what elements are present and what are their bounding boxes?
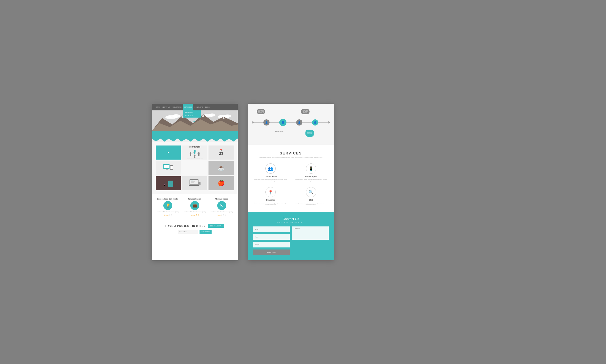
portfolio-cell-coffee[interactable]: ☕: [208, 161, 234, 175]
branding-title: Branding: [253, 199, 289, 201]
zigzag-separator: [152, 139, 238, 142]
contact-subheading: GOT AN IDEA? DROP US A LINE!: [253, 222, 329, 223]
svg-rect-27: [166, 169, 168, 170]
dropdown-menu: Sub-Menu 1 Sub-Menu 2: [183, 110, 201, 118]
pin-icon: 📍: [268, 190, 273, 195]
access-button[interactable]: GET ACCESS: [200, 230, 212, 234]
portfolio-cell-devices[interactable]: [156, 161, 181, 175]
service-item-2: Tempus Sapien 💼 Lorem ipsum dolor sit am…: [183, 198, 207, 216]
services-description: Lorem ipsum dolor sit amet, consectetur …: [253, 157, 329, 159]
svg-point-3: [165, 116, 172, 119]
cta-button[interactable]: GIVE US A SHOUT: [208, 224, 224, 228]
timeline-bubble-below: Lorem ipsumdolor sit ametadipiscing elit…: [305, 130, 314, 137]
contact-form: Ready to Go!: [253, 226, 329, 255]
smartphone-icon: 📱: [309, 166, 314, 171]
timeline-dot-start: [252, 121, 254, 123]
service-text-2: Lorem ipsum dolor sit amet, conse adipis…: [183, 211, 207, 213]
timeline-node-4: 👤: [312, 119, 318, 126]
hands-svg: 📱: [162, 178, 175, 188]
service-branding: 📍 Branding Lorem ipsum dolor sit amet, c…: [253, 187, 289, 205]
teamwork-svg: [187, 148, 202, 158]
service-item-1: Suspendisse Sollicitudin 🏆 Lorem ipsum d…: [156, 198, 180, 216]
teamwork-subtitle: LOREM IPSUM DOLOR SIT AMET: [187, 158, 203, 160]
portfolio-cell-video[interactable]: [156, 145, 181, 160]
mobile-title: Mobile Apps: [293, 175, 329, 178]
svg-rect-17: [190, 154, 191, 156]
svg-rect-21: [194, 157, 195, 158]
mobile-icon: 📱: [306, 163, 316, 174]
nav-contacts[interactable]: CONTACTS: [193, 104, 204, 110]
mobile-text: Lorem ipsum dolor sit amet, consectetur …: [293, 179, 329, 182]
svg-line-22: [192, 152, 194, 154]
timeline-node-1: 👤: [263, 119, 270, 126]
dropdown-item-2[interactable]: Sub-Menu 2: [183, 114, 201, 118]
stars-1: ★★★★★: [156, 214, 180, 216]
email-input[interactable]: [178, 230, 198, 234]
submit-button[interactable]: Ready to Go!: [253, 249, 290, 255]
teamwork-title: Teamwork: [189, 145, 200, 148]
service-title-2: Tempus Sapien: [183, 198, 207, 200]
svg-rect-31: [168, 181, 173, 187]
service-icon-3: 🛠: [217, 201, 226, 210]
seo-icon: 🔍: [306, 187, 316, 197]
email-row: GET ACCESS: [156, 230, 234, 234]
testimonials-section: Suspendisse Sollicitudin 🏆 Lorem ipsum d…: [152, 194, 238, 220]
service-text-1: Lorem ipsum dolor sit amet, conse adipis…: [156, 211, 180, 213]
contact-section: Contact Us GOT AN IDEA? DROP US A LINE! …: [248, 212, 334, 260]
service-title-1: Suspendisse Sollicitudin: [156, 198, 180, 200]
svg-rect-29: [170, 166, 173, 169]
teal-hero-bar: [152, 131, 238, 139]
dropdown-item-1[interactable]: Sub-Menu 1: [183, 110, 201, 114]
branding-text: Lorem ipsum dolor sit amet, consectetur …: [253, 202, 289, 205]
portfolio-section: Teamwork: [152, 142, 238, 194]
portfolio-cell-apple[interactable]: 🍎: [208, 176, 234, 190]
right-page: Lorem ipsumdolor sit ametadipiscing elit…: [248, 104, 334, 261]
svg-point-16: [190, 152, 192, 154]
service-item-3: Aliquam Massa 🛠 Lorem ipsum dolor sit am…: [210, 198, 234, 216]
timeline-section: Lorem ipsumdolor sit ametadipiscing elit…: [248, 104, 334, 145]
svg-text:📱: 📱: [163, 183, 166, 186]
service-icon-2: 💼: [190, 201, 199, 210]
name-field[interactable]: [253, 234, 290, 240]
timeline-bubble-1: Lorem ipsumdolor sit ametadipiscing elit: [257, 109, 265, 115]
svg-line-23: [195, 152, 197, 154]
nav-solutions[interactable]: SOLUTIONS: [171, 104, 183, 110]
timeline-node-3: 👤: [296, 119, 302, 126]
canvas: HOME ABOUT US SOLUTIONS SERVICES Sub-Men…: [152, 93, 454, 271]
service-title-3: Aliquam Massa: [210, 198, 234, 200]
stars-2: ★★★★★: [183, 214, 207, 216]
service-text-3: Lorem ipsum dolor sit amet, conse adipis…: [210, 211, 234, 213]
people-icon: 👥: [268, 166, 273, 171]
service-seo: 🔍 SEO Lorem ipsum dolor sit amet, consec…: [293, 187, 329, 205]
portfolio-cell-teamwork: Teamwork: [182, 145, 207, 160]
email-field[interactable]: [253, 226, 290, 232]
svg-rect-39: [189, 185, 199, 186]
nav-blog[interactable]: BLOG: [204, 104, 211, 110]
cta-title: HAVE A PROJECT IN MIND?: [165, 225, 206, 227]
stars-3: ★★★★★: [210, 214, 234, 216]
branding-icon: 📍: [265, 187, 276, 197]
svg-point-14: [194, 150, 196, 152]
testimonials-text: Lorem ipsum dolor sit amet, consectetur …: [253, 179, 289, 182]
svg-point-2: [172, 114, 180, 118]
portfolio-cell-laptop[interactable]: [182, 176, 207, 190]
subject-field[interactable]: [253, 242, 290, 247]
comments-field[interactable]: [292, 226, 329, 240]
devices-svg: [162, 163, 175, 173]
seo-text: Lorem ipsum dolor sit amet, consectetur …: [293, 202, 329, 205]
nav-home[interactable]: HOME: [154, 104, 161, 110]
seo-title: SEO: [293, 199, 329, 201]
services-grid: Suspendisse Sollicitudin 🏆 Lorem ipsum d…: [156, 198, 234, 216]
svg-rect-26: [164, 165, 169, 168]
play-icon[interactable]: [166, 150, 171, 155]
portfolio-cell-hands[interactable]: 📱: [156, 176, 181, 190]
portfolio-cell-calendar[interactable]: 📅 23: [208, 145, 234, 160]
svg-point-5: [209, 113, 215, 117]
services-right-section: SERVICES Lorem ipsum dolor sit amet, con…: [248, 145, 334, 212]
services-heading: SERVICES: [253, 151, 329, 155]
portfolio-grid: Teamwork: [156, 145, 234, 190]
timeline-label-1: Lorem Ipsum: [275, 130, 283, 132]
nav-services[interactable]: SERVICES Sub-Menu 1 Sub-Menu 2: [183, 104, 193, 110]
nav-about[interactable]: ABOUT US: [161, 104, 172, 110]
svg-point-20: [194, 155, 196, 157]
